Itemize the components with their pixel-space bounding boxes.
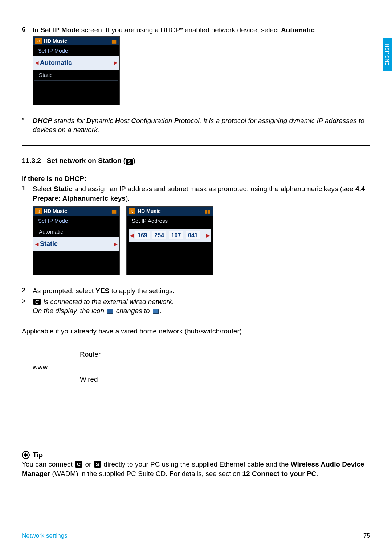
triangle-left-icon: ◀ xyxy=(35,60,38,65)
dot: . xyxy=(184,233,185,238)
device-header: ♫ HD Music ▮▮ xyxy=(33,207,119,216)
music-icon: ♫ xyxy=(35,208,42,214)
dot: . xyxy=(150,233,152,238)
ip-entry-row: ◀ 169. 254. 107. 041 ▶ xyxy=(129,229,211,242)
step-number: 1 xyxy=(22,184,33,192)
text: onfiguration xyxy=(136,117,174,124)
result-row: > C is connected to the external wired n… xyxy=(22,297,370,316)
text: . xyxy=(160,307,162,315)
triangle-left-icon: ◀ xyxy=(130,233,134,238)
tip-label: Tip xyxy=(33,451,43,459)
menu-selected-automatic: ◀ Automatic ▶ xyxy=(33,56,119,70)
step-text: As prompted, select YES to apply the set… xyxy=(33,286,370,296)
text: You can connect xyxy=(22,460,74,468)
section-number: 11.3.2 xyxy=(22,157,41,164)
language-tab: ENGLISH xyxy=(383,38,392,71)
tip-icon: ✱ xyxy=(22,451,30,459)
page-footer: Network settings 75 xyxy=(22,532,370,539)
selected-label: Automatic xyxy=(40,59,72,67)
menu-title: Set IP Mode xyxy=(34,45,118,56)
text: C xyxy=(131,117,136,124)
text: (WADM) in the supplied PC Suite CD. For … xyxy=(50,470,242,477)
text: YES xyxy=(95,287,109,295)
menu-item-static: Static xyxy=(34,70,118,81)
text: 12 Connect to your PC xyxy=(242,470,317,477)
result-text: C is connected to the external wired net… xyxy=(33,297,370,316)
ip-octet-2: 254 xyxy=(152,231,166,239)
device-screen-set-ip-mode-automatic: ♫ HD Music ▮▮ Set IP Mode ◀ Automatic ▶ … xyxy=(33,36,120,105)
text: ost xyxy=(120,117,131,124)
step-2: 2 As prompted, select YES to apply the s… xyxy=(22,286,370,296)
www-label: www xyxy=(33,361,80,373)
menu-title: Set IP Address xyxy=(128,216,212,226)
signal-icon: ▮▮ xyxy=(111,209,117,214)
text: P xyxy=(174,117,179,124)
device-header: ♫ HD Music ▮▮ xyxy=(33,37,119,45)
signal-before-icon xyxy=(107,309,113,314)
text: ynamic xyxy=(91,117,115,124)
sub-heading-no-dhcp: If there is no DHCP: xyxy=(22,175,370,183)
text: In xyxy=(33,26,40,34)
action-word: Automatic xyxy=(281,26,315,34)
header-title: HD Music xyxy=(44,38,67,44)
step-6: 6 In Set IP Mode screen: If you are usin… xyxy=(22,25,370,35)
signal-after-icon xyxy=(153,309,159,314)
footnote-mark: * xyxy=(22,116,33,135)
text: is connected to the external wired netwo… xyxy=(41,298,174,305)
music-icon: ♫ xyxy=(129,208,135,214)
text: As prompted, select xyxy=(33,287,95,295)
selected-label: Static xyxy=(40,240,58,248)
text: directly to your PC using the supplied E… xyxy=(102,460,291,468)
signal-icon: ▮▮ xyxy=(205,209,211,214)
menu-title: Set IP Mode xyxy=(34,216,118,226)
text: and assign an IP address and subnet mask… xyxy=(73,185,355,193)
text: Select xyxy=(33,185,54,193)
device-screen-set-ip-mode-static: ♫ HD Music ▮▮ Set IP Mode Automatic ◀ St… xyxy=(33,206,120,275)
divider xyxy=(22,145,370,146)
step-text: Select Static and assign an IP address a… xyxy=(33,184,370,203)
dot: . xyxy=(167,233,168,238)
signal-icon: ▮▮ xyxy=(111,38,117,44)
text: On the display, the icon xyxy=(33,307,106,315)
device-screen-set-ip-address: ♫ HD Music ▮▮ Set IP Address ◀ 169. 254.… xyxy=(126,206,213,275)
menu-selected-static: ◀ Static ▶ xyxy=(33,237,119,251)
center-badge-icon: C xyxy=(33,299,41,305)
screens-row: ♫ HD Music ▮▮ Set IP Mode Automatic ◀ St… xyxy=(22,205,370,275)
text: ). xyxy=(126,194,130,202)
ip-octet-1: 169 xyxy=(135,231,150,239)
ip-octet-3: 107 xyxy=(169,231,183,239)
router-label: Router xyxy=(80,348,370,361)
device-header: ♫ HD Music ▮▮ xyxy=(127,207,213,216)
step-number: 6 xyxy=(22,25,33,33)
music-icon: ♫ xyxy=(35,38,42,44)
triangle-right-icon: ▶ xyxy=(206,233,209,238)
header-title: HD Music xyxy=(138,208,161,214)
menu-item-automatic: Automatic xyxy=(34,226,118,237)
page-number: 75 xyxy=(363,532,370,539)
wired-label: Wired xyxy=(80,373,370,386)
step-text: In Set IP Mode screen: If you are using … xyxy=(33,25,370,35)
footnote-dhcp: * DHCP stands for Dynamic Host Configura… xyxy=(22,116,370,135)
footer-section: Network settings xyxy=(22,532,68,539)
station-badge-icon: S xyxy=(94,461,101,468)
section-title: Set network on Station ( xyxy=(47,157,126,164)
text: ) xyxy=(133,157,135,164)
text: or xyxy=(83,460,93,468)
result-mark: > xyxy=(22,297,33,316)
applicable-note: Applicable if you already have a wired h… xyxy=(22,325,370,337)
triangle-right-icon: ▶ xyxy=(114,60,117,65)
network-diagram-labels: Router www Wired xyxy=(33,348,370,386)
header-title: HD Music xyxy=(44,208,67,214)
triangle-right-icon: ▶ xyxy=(114,242,117,247)
triangle-left-icon: ◀ xyxy=(35,242,38,247)
section-heading: 11.3.2 Set network on Station (S) xyxy=(22,157,370,165)
text: stands for xyxy=(52,117,86,124)
text: screen: If you are using a DHCP* enabled… xyxy=(79,26,281,34)
step-number: 2 xyxy=(22,286,33,294)
text: DHCP xyxy=(33,117,52,124)
text: . xyxy=(315,26,317,34)
tip-heading: ✱ Tip xyxy=(22,451,370,459)
text: D xyxy=(86,117,91,124)
step-1: 1 Select Static and assign an IP address… xyxy=(22,184,370,203)
text: to apply the settings. xyxy=(109,287,175,295)
